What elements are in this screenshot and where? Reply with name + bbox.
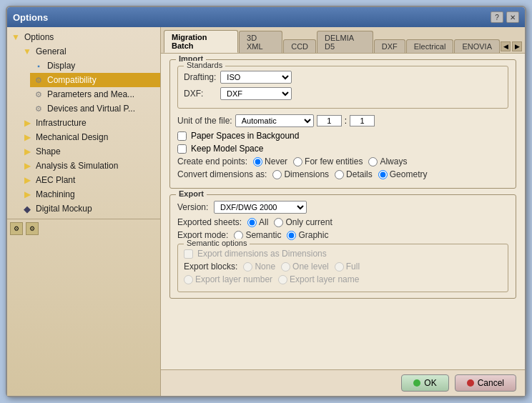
sidebar-item-label: Analysis & Simulation (36, 161, 118, 171)
sidebar-item-analysis[interactable]: ▶ Analysis & Simulation (19, 159, 160, 173)
version-select[interactable]: DXF/DWG 2000 DXF/DWG 2004 DXF/DWG 2007 (214, 201, 307, 214)
ok-dot (413, 379, 420, 387)
dim-details-label: Details (346, 169, 373, 179)
block-one-radio[interactable] (281, 262, 290, 272)
sidebar-item-digital-mockup[interactable]: ◆ Digital Mockup (19, 201, 160, 216)
content-area: ▼ Options ▼ General ▪ Display ⚙ Compatib… (7, 27, 525, 396)
sheet-all-label: All (259, 217, 268, 227)
sidebar: ▼ Options ▼ General ▪ Display ⚙ Compatib… (7, 27, 161, 396)
ok-label: OK (424, 378, 436, 388)
sidebar-item-label: AEC Plant (36, 175, 75, 185)
keep-model-label: Keep Model Space (191, 144, 263, 154)
sidebar-item-display[interactable]: ▪ Display (30, 59, 160, 73)
endpoint-always-label: Always (380, 156, 407, 166)
gear-icon: ⚙ (33, 89, 44, 100)
dxf-label: DXF: (184, 89, 216, 99)
sidebar-item-label: Options (24, 32, 54, 42)
endpoint-few-radio[interactable] (293, 157, 302, 166)
sidebar-item-devices[interactable]: ⚙ Devices and Virtual P... (30, 101, 160, 116)
sidebar-item-label: Infrastructure (36, 118, 87, 128)
drafting-select[interactable]: ISO ANSI JIS (220, 71, 292, 84)
block-full-radio[interactable] (335, 262, 344, 272)
close-button[interactable]: ✕ (506, 11, 519, 23)
paper-spaces-label: Paper Spaces in Backgound (191, 131, 299, 141)
tab-scroll-right[interactable]: ▶ (512, 41, 522, 51)
tab-dxf[interactable]: DXF (374, 39, 405, 53)
endpoint-always-radio[interactable] (368, 157, 378, 166)
export-dims-checkbox[interactable] (184, 249, 193, 259)
endpoint-never-label: Never (265, 156, 287, 166)
mode-graphic-label: Graphic (298, 230, 328, 240)
standards-label: Standards (184, 61, 225, 69)
tab-delmia-d5[interactable]: DELMIA D5 (317, 31, 373, 53)
unit-label: Unit of the file: (177, 116, 232, 126)
unit-numerator[interactable] (317, 115, 342, 126)
layer-number-radio[interactable] (184, 275, 193, 284)
main-panel: Migration Batch 3D XML CCD DELMIA D5 DXF… (161, 27, 525, 396)
endpoint-never-radio[interactable] (253, 157, 262, 166)
tab-electrical[interactable]: Electrical (406, 39, 454, 53)
sidebar-item-label: Display (47, 61, 75, 71)
folder-icon: ▶ (21, 117, 33, 129)
tab-enovia[interactable]: ENOVIA (454, 39, 500, 53)
folder-icon: ▶ (21, 160, 33, 171)
exported-sheets-row: Exported sheets: All Only current (177, 217, 508, 227)
ok-button[interactable]: OK (401, 374, 448, 392)
mode-graphic-radio[interactable] (287, 231, 296, 240)
sidebar-bottom-nav: ⚙ ⚙ (7, 219, 160, 238)
unit-select[interactable]: Automatic mm inch (235, 114, 314, 127)
endpoint-never-option: Never (253, 156, 287, 166)
nav-next-btn[interactable]: ⚙ (26, 222, 39, 235)
title-bar: Options ? ✕ (7, 7, 525, 27)
sheet-all-radio[interactable] (247, 218, 257, 227)
endpoint-few-option: For few entities (293, 156, 363, 166)
tab-ccd[interactable]: CCD (283, 39, 316, 53)
sidebar-item-general[interactable]: ▼ General (19, 44, 160, 59)
paper-spaces-checkbox[interactable] (177, 131, 187, 141)
unit-row: Unit of the file: Automatic mm inch : (177, 114, 508, 127)
export-blocks-label: Export blocks: (184, 262, 237, 272)
dim-details-radio[interactable] (335, 170, 344, 179)
sidebar-item-mechanical[interactable]: ▶ Mechanical Design (19, 130, 160, 144)
version-label: Version: (177, 202, 210, 212)
cancel-button[interactable]: Cancel (455, 374, 516, 392)
dim-dimensions-label: Dimensions (284, 169, 329, 179)
sidebar-item-parameters[interactable]: ⚙ Parameters and Mea... (30, 87, 160, 101)
endpoint-always-option: Always (368, 156, 407, 166)
options-dialog: Options ? ✕ ▼ Options ▼ General ▪ Displa… (6, 6, 526, 397)
sidebar-item-options[interactable]: ▼ Options (7, 30, 160, 44)
dim-geometry-option: Geometry (378, 169, 428, 179)
drafting-label: Drafting: (184, 72, 216, 82)
standards-group: Standards Drafting: ISO ANSI JIS DXF: (177, 66, 508, 109)
sheet-current-radio[interactable] (274, 218, 283, 227)
dim-dimensions-option: Dimensions (272, 169, 329, 179)
help-button[interactable]: ? (491, 11, 503, 23)
page-icon: ▪ (33, 60, 44, 71)
dim-geometry-radio[interactable] (378, 170, 388, 179)
create-endpoints-row: Create end points: Never For few entitie… (177, 156, 508, 166)
export-dims-label: Export dimensions as Dimensions (197, 249, 327, 259)
unit-denominator[interactable] (350, 115, 375, 126)
layer-name-option: Export layer name (278, 274, 359, 284)
block-full-option: Full (335, 262, 360, 272)
mode-semantic-label: Semantic (245, 230, 281, 240)
keep-model-checkbox[interactable] (177, 144, 187, 154)
sidebar-item-aec[interactable]: ▶ AEC Plant (19, 173, 160, 187)
title-bar-controls: ? ✕ (491, 11, 519, 23)
sheet-all-option: All (247, 217, 268, 227)
dim-dimensions-radio[interactable] (272, 170, 282, 179)
tab-migration-batch[interactable]: Migration Batch (164, 30, 238, 53)
sidebar-item-label: Mechanical Design (36, 132, 108, 142)
sidebar-item-shape[interactable]: ▶ Shape (19, 144, 160, 159)
sidebar-item-compatibility[interactable]: ⚙ Compatibility (30, 73, 160, 87)
block-one-option: One level (281, 262, 329, 272)
block-none-radio[interactable] (243, 262, 252, 272)
sidebar-item-infrastructure[interactable]: ▶ Infrastructure (19, 116, 160, 130)
layer-name-radio[interactable] (278, 275, 287, 284)
sidebar-item-machining[interactable]: ▶ Machining (19, 187, 160, 201)
dxf-select[interactable]: DXF DWG (220, 87, 292, 100)
nav-prev-btn[interactable]: ⚙ (10, 222, 23, 235)
tab-3d-xml[interactable]: 3D XML (239, 31, 282, 53)
gear-icon: ⚙ (33, 103, 44, 114)
tab-scroll-left[interactable]: ◀ (501, 41, 511, 51)
